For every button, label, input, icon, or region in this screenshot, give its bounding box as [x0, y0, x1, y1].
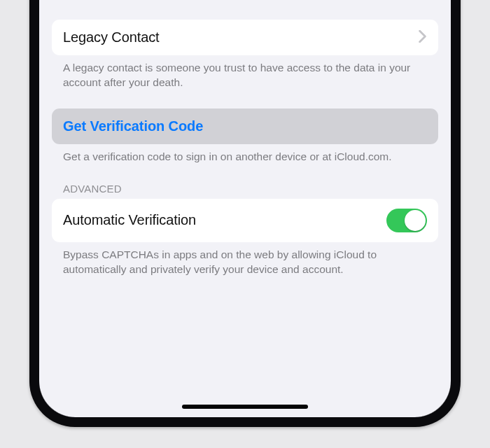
settings-screen: Legacy Contact A legacy contact is someo…	[39, 0, 451, 417]
automatic-verification-toggle[interactable]	[386, 209, 427, 232]
get-verification-code-button[interactable]: Get Verification Code	[52, 108, 438, 144]
advanced-header: ADVANCED	[52, 183, 438, 199]
chevron-right-icon	[418, 30, 427, 46]
toggle-knob	[405, 210, 426, 231]
get-verification-code-label: Get Verification Code	[63, 118, 203, 134]
home-indicator[interactable]	[182, 405, 308, 409]
verification-code-footer: Get a verification code to sign in on an…	[52, 144, 438, 164]
automatic-verification-footer: Bypass CAPTCHAs in apps and on the web b…	[52, 242, 438, 277]
automatic-verification-cell: Automatic Verification	[52, 199, 438, 242]
legacy-contact-footer: A legacy contact is someone you trust to…	[52, 55, 438, 90]
legacy-contact-label: Legacy Contact	[63, 29, 160, 46]
phone-frame: Legacy Contact A legacy contact is someo…	[29, 0, 461, 427]
legacy-contact-cell[interactable]: Legacy Contact	[52, 20, 438, 55]
automatic-verification-label: Automatic Verification	[63, 212, 196, 228]
